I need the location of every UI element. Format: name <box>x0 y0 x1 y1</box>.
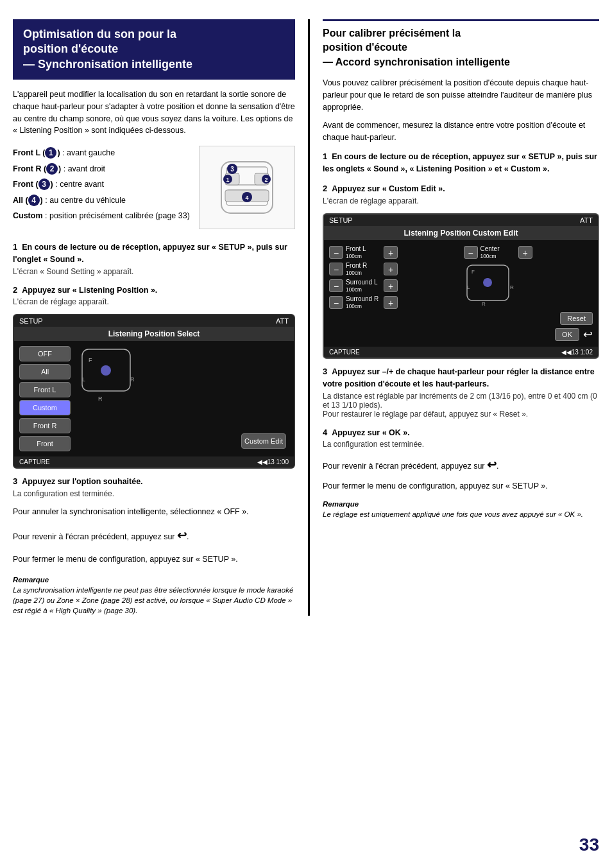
right-step3-text: Appuyez sur –/+ de chaque haut-parleur p… <box>323 367 595 388</box>
center-minus[interactable]: − <box>464 246 478 259</box>
screen2-time: ◀◀13 1:02 <box>561 349 593 356</box>
ok-button[interactable]: OK <box>555 328 579 341</box>
btn-front-l[interactable]: Front L <box>19 382 71 397</box>
btn-off[interactable]: OFF <box>19 346 71 361</box>
left-remarque-title: Remarque <box>13 575 295 585</box>
step2-sub: L'écran de réglage apparaît. <box>13 297 295 306</box>
screen-mockup-1: SETUP ATT Listening Position Select OFF … <box>13 314 295 469</box>
position-front-l: Front L (1) : avant gauche <box>13 146 192 161</box>
svg-text:R: R <box>510 284 514 290</box>
svg-point-25 <box>483 278 492 287</box>
svg-text:4: 4 <box>245 195 248 201</box>
reset-ok-area: Reset OK ↩ <box>464 312 593 342</box>
screen2-capture: CAPTURE <box>329 349 360 356</box>
step1-number: 1 <box>13 242 17 252</box>
surround-l-plus[interactable]: + <box>384 279 398 292</box>
screen1-capture: CAPTURE <box>19 458 50 465</box>
right-step1-number: 1 <box>323 152 327 161</box>
back-icon[interactable]: ↩ <box>583 327 593 342</box>
screen1-buttons: OFF All Front L Custom Front R Front <box>19 346 71 451</box>
right-step2-text: Appuyez sur « Custom Edit ». <box>332 184 445 193</box>
screen1-bottombar: CAPTURE ◀◀13 1:00 <box>14 456 294 467</box>
screen2-bottombar: CAPTURE ◀◀13 1:02 <box>324 347 598 358</box>
control-surround-r: − Surround R100cm + <box>329 295 459 309</box>
right-remarque-text: Le réglage est uniquement appliqué une f… <box>323 509 599 519</box>
right-header: Pour calibrer précisément la position d'… <box>323 26 599 69</box>
right-column: Pour calibrer précisément la position d'… <box>308 19 599 616</box>
front-r-minus[interactable]: − <box>329 263 343 275</box>
screen2-car-svg: F L R R <box>464 262 528 307</box>
screen2-title: Listening Position Custom Edit <box>324 226 598 240</box>
car-diagram: 3 1 2 4 <box>199 146 295 229</box>
step1-text: En cours de lecture ou de réception, app… <box>13 243 287 264</box>
screen2-setup: SETUP <box>329 216 353 224</box>
left-intro: L'appareil peut modifier la localisation… <box>13 89 295 137</box>
left-column: Optimisation du son pour la position d'é… <box>13 19 295 616</box>
svg-text:L: L <box>82 376 85 383</box>
screen1-right: F L R R Custom Edit <box>76 346 289 451</box>
right-step3: 3 Appuyez sur –/+ de chaque haut-parleur… <box>323 365 599 419</box>
left-step3: 3 Appuyez sur l'option souhaitée. La con… <box>13 475 295 498</box>
left-remarque-text: La synchronisation intelligente ne peut … <box>13 585 295 616</box>
screen1-content: OFF All Front L Custom Front R Front F L… <box>14 341 294 456</box>
svg-text:1: 1 <box>226 177 229 183</box>
step2-number: 2 <box>13 285 17 295</box>
left-header: Optimisation du son pour la position d'é… <box>13 19 295 80</box>
screen-mockup-2: SETUP ATT Listening Position Custom Edit… <box>323 213 599 359</box>
left-para1: Pour annuler la synchronisation intellig… <box>13 506 295 518</box>
svg-text:F: F <box>89 357 92 363</box>
front-l-plus[interactable]: + <box>384 246 398 259</box>
screen2-att: ATT <box>580 216 593 224</box>
right-intro1: Vous pouvez calibrer précisément la posi… <box>323 77 599 113</box>
btn-custom[interactable]: Custom <box>19 400 71 415</box>
position-front-r: Front R (2) : avant droit <box>13 162 192 177</box>
screen1-car-svg: F L R R <box>76 346 159 410</box>
left-para3: Pour fermer le menu de configuration, ap… <box>13 553 295 566</box>
position-labels: Front L (1) : avant gauche Front R (2) :… <box>13 146 192 229</box>
screen2-right: − Center100cm + F L R R <box>464 245 593 342</box>
step2-text: Appuyez sur « Listening Position ». <box>22 286 157 295</box>
reset-button[interactable]: Reset <box>560 312 593 325</box>
screen1-title: Listening Position Select <box>14 327 294 341</box>
left-para2: Pour revenir à l'écran précédent, appuye… <box>13 527 295 544</box>
right-step2-sub: L'écran de réglage apparaît. <box>323 196 599 205</box>
top-divider <box>323 19 599 21</box>
right-step1: 1 En cours de lecture ou de réception, a… <box>323 150 599 175</box>
custom-edit-controls: − Front L100cm + − Front R100cm + − Surr… <box>329 245 459 342</box>
btn-front-r[interactable]: Front R <box>19 418 71 433</box>
right-step4: 4 Appuyez sur « OK ». La configuration e… <box>323 426 599 449</box>
screen2-topbar: SETUP ATT <box>324 214 598 226</box>
center-plus[interactable]: + <box>518 246 532 259</box>
screen-topbar-1: SETUP ATT <box>14 315 294 327</box>
step3-number: 3 <box>13 476 17 486</box>
control-front-r: − Front R100cm + <box>329 262 459 276</box>
step3-text: Appuyez sur l'option souhaitée. <box>22 477 142 486</box>
position-custom: Custom : position précisément calibrée (… <box>13 209 192 223</box>
back-arrow-icon-r: ↩ <box>487 458 497 471</box>
step3-sub: La configuration est terminée. <box>13 489 295 498</box>
btn-custom-edit[interactable]: Custom Edit <box>241 433 286 449</box>
right-intro2: Avant de commencer, mesurez la distance … <box>323 119 599 144</box>
btn-front[interactable]: Front <box>19 436 71 451</box>
right-step1-text: En cours de lecture ou de réception, app… <box>323 152 597 173</box>
screen1-setup: SETUP <box>19 317 43 325</box>
page-number: 33 <box>579 835 599 855</box>
right-step4-sub: La configuration est terminée. <box>323 440 599 449</box>
screen1-time: ◀◀13 1:00 <box>257 458 289 465</box>
svg-text:2: 2 <box>264 177 268 183</box>
left-step2: 2 Appuyez sur « Listening Position ». L'… <box>13 284 295 307</box>
right-step4-number: 4 <box>323 428 327 437</box>
front-l-minus[interactable]: − <box>329 246 343 259</box>
right-para2: Pour fermer le menu de configuration, ap… <box>323 480 599 492</box>
surround-r-plus[interactable]: + <box>384 296 398 309</box>
surround-l-minus[interactable]: − <box>329 279 343 292</box>
btn-all[interactable]: All <box>19 364 71 379</box>
surround-r-minus[interactable]: − <box>329 296 343 309</box>
diagram-area: Front L (1) : avant gauche Front R (2) :… <box>13 146 295 229</box>
svg-text:R: R <box>482 301 486 307</box>
svg-text:R: R <box>130 376 135 383</box>
right-step2-number: 2 <box>323 184 327 193</box>
screen2-content: − Front L100cm + − Front R100cm + − Surr… <box>324 240 598 347</box>
control-surround-l: − Surround L100cm + <box>329 279 459 293</box>
front-r-plus[interactable]: + <box>384 263 398 275</box>
